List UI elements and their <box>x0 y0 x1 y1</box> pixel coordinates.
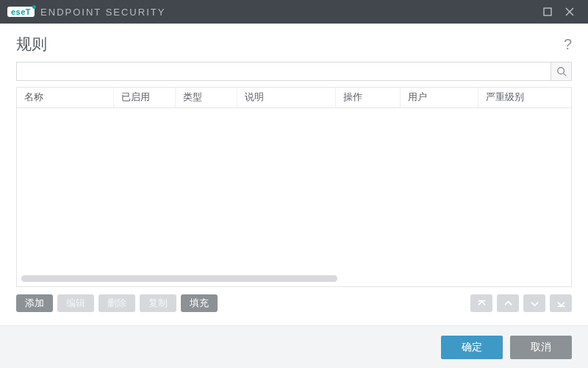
chevron-bottom-icon <box>556 299 566 308</box>
page-title: 规则 <box>16 34 47 54</box>
move-down-button <box>523 294 545 312</box>
header-row: 规则 ? <box>0 24 588 62</box>
move-top-button <box>470 294 492 312</box>
search-row <box>16 62 572 81</box>
copy-button: 复制 <box>140 294 176 312</box>
column-header-5[interactable]: 用户 <box>401 88 478 107</box>
chevron-down-icon <box>530 299 539 308</box>
chevron-up-icon <box>503 299 513 308</box>
search-icon <box>556 66 567 77</box>
footer: 确定 取消 <box>0 325 588 368</box>
add-button[interactable]: 添加 <box>16 294 53 312</box>
column-header-6[interactable]: 严重级别 <box>478 88 571 107</box>
delete-button: 删除 <box>98 294 135 312</box>
chevron-top-icon <box>477 299 487 308</box>
column-header-1[interactable]: 已启用 <box>114 88 176 107</box>
maximize-icon <box>543 7 552 16</box>
column-header-2[interactable]: 类型 <box>176 88 237 107</box>
scrollbar-thumb[interactable] <box>21 275 337 282</box>
brand-name: ENDPOINT SECURITY <box>40 7 165 18</box>
fill-button[interactable]: 填充 <box>181 294 218 312</box>
horizontal-scrollbar[interactable] <box>21 275 567 282</box>
column-header-3[interactable]: 说明 <box>237 88 336 107</box>
window-close-button[interactable] <box>559 0 581 24</box>
titlebar: eseT ENDPOINT SECURITY <box>0 0 588 24</box>
svg-point-1 <box>557 68 564 74</box>
brand-badge-icon: eseT <box>7 7 35 17</box>
column-header-4[interactable]: 操作 <box>336 88 401 107</box>
window-maximize-button[interactable] <box>537 0 559 24</box>
svg-rect-0 <box>544 8 551 15</box>
search-button[interactable] <box>551 63 571 80</box>
cancel-button[interactable]: 取消 <box>510 336 572 359</box>
ok-button[interactable]: 确定 <box>441 336 503 359</box>
move-up-button <box>497 294 519 312</box>
rules-table: 名称已启用类型说明操作用户严重级别 <box>16 87 572 287</box>
table-body[interactable] <box>17 108 571 286</box>
close-icon <box>565 7 574 16</box>
help-icon: ? <box>564 36 572 52</box>
column-header-0[interactable]: 名称 <box>17 88 114 107</box>
help-button[interactable]: ? <box>564 36 572 53</box>
table-header: 名称已启用类型说明操作用户严重级别 <box>17 88 571 108</box>
search-input[interactable] <box>17 63 551 80</box>
edit-button: 编辑 <box>57 294 94 312</box>
toolbar: 添加 编辑 删除 复制 填充 <box>16 294 572 312</box>
move-bottom-button <box>550 294 572 312</box>
brand-badge-text: eseT <box>11 7 31 16</box>
